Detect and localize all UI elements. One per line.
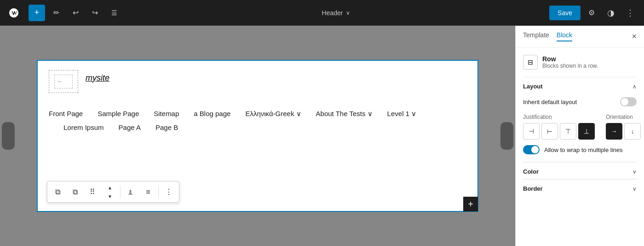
justify-right-btn[interactable]: ⊤: [560, 123, 576, 140]
top-toolbar: + ✏ ↩ ↪ ☰ Header ∨ Save ⚙ ◑ ⋮: [0, 0, 644, 26]
nav-item-front-page[interactable]: Front Page: [49, 108, 90, 119]
navigation-row: Front Page Sample Page Sitemap a Blog pa…: [49, 108, 466, 120]
theme-button[interactable]: ◑: [603, 5, 619, 21]
nav-submenu-page-a[interactable]: Page A: [111, 122, 148, 133]
color-chevron: ∨: [632, 169, 637, 175]
wrap-label: Allow to wrap to multiple lines: [544, 146, 623, 153]
block-toolbar-divider: [120, 186, 121, 199]
undo-button[interactable]: ↩: [67, 5, 84, 21]
justification-group: Justification ⊣ ⊢ ⊤ ⊥: [523, 114, 595, 140]
scroll-handle-right[interactable]: [500, 122, 513, 150]
panel-header: Template Block ×: [516, 26, 644, 47]
orientation-label: Orientation: [606, 114, 641, 120]
panel-content: ⊟ Row Blocks shown in a row. Layout ∧ In…: [516, 47, 644, 203]
justify-space-between-btn[interactable]: ⊥: [578, 123, 595, 140]
block-move-down[interactable]: ▼: [102, 192, 118, 200]
scroll-handle-left[interactable]: [2, 122, 15, 150]
justify-center-btn[interactable]: ⊢: [541, 123, 558, 140]
panel-close-button[interactable]: ×: [632, 32, 637, 41]
redo-button[interactable]: ↪: [86, 5, 103, 21]
site-logo-inner: [54, 75, 73, 88]
header-logo-row: mysite: [49, 70, 466, 97]
nav-item-level1[interactable]: Level 1 ∨: [380, 108, 424, 120]
block-toolbar-divider-2: [158, 186, 159, 199]
block-toolbar: ⧉ ⧉ ⠿ ▲ ▼ ⫫ ≡ ⋮: [47, 181, 179, 203]
site-logo[interactable]: [49, 70, 78, 93]
layout-section: Inherit default layout Justification ⊣ ⊢…: [523, 94, 637, 162]
right-panel: Template Block × ⊟ Row Blocks shown in a…: [515, 26, 644, 246]
inherit-layout-row: Inherit default layout: [523, 97, 637, 106]
nav-item-blog-page[interactable]: a Blog page: [186, 108, 238, 119]
nav-submenu-row: Lorem Ipsum Page A Page B: [49, 122, 466, 133]
orientation-group: Orientation → ↓: [606, 114, 641, 140]
block-info-text: Row Blocks shown in a row.: [542, 55, 598, 69]
orientation-vertical-btn[interactable]: ↓: [624, 123, 641, 140]
wrap-thumb: [531, 146, 539, 153]
settings-button[interactable]: ⚙: [583, 5, 600, 21]
nav-submenu-lorem[interactable]: Lorem Ipsum: [56, 122, 111, 133]
canvas-frame: mysite Front Page Sample Page Sitemap a …: [37, 60, 478, 212]
inherit-layout-thumb: [621, 98, 628, 105]
block-move-up[interactable]: ▲: [102, 183, 118, 192]
tab-template[interactable]: Template: [523, 31, 549, 41]
toolbar-right: Save ⚙ ◑ ⋮: [549, 5, 638, 21]
wrap-row: Allow to wrap to multiple lines: [523, 145, 637, 154]
justification-label: Justification: [523, 114, 595, 120]
border-section-title: Border: [523, 185, 543, 192]
inherit-layout-label: Inherit default layout: [523, 99, 577, 105]
list-view-button[interactable]: ☰: [106, 5, 122, 21]
justify-left-btn[interactable]: ⊣: [523, 123, 540, 140]
panel-tabs: Template Block: [523, 31, 572, 41]
nav-item-greek[interactable]: Ελληνικά-Greek ∨: [238, 108, 308, 120]
inherit-layout-toggle[interactable]: [620, 97, 637, 106]
block-drag-handle[interactable]: ⠿: [84, 184, 101, 200]
layout-chevron: ∧: [632, 83, 637, 90]
toolbar-center: Header ∨: [125, 9, 546, 17]
block-parent-select[interactable]: ⧉: [49, 184, 66, 200]
block-desc: Blocks shown in a row.: [542, 63, 598, 69]
wrap-toggle[interactable]: [523, 145, 540, 154]
site-name[interactable]: mysite: [86, 73, 109, 83]
color-section-header[interactable]: Color ∨: [523, 162, 637, 179]
save-button[interactable]: Save: [549, 6, 581, 20]
nav-item-about-tests[interactable]: About The Tests ∨: [309, 108, 380, 120]
border-section: Border ∨: [523, 179, 637, 196]
color-section: Color ∨: [523, 162, 637, 179]
block-info: ⊟ Row Blocks shown in a row.: [523, 55, 637, 70]
nav-item-sitemap[interactable]: Sitemap: [146, 108, 186, 119]
add-block-button[interactable]: +: [29, 5, 45, 21]
header-label[interactable]: Header ∨: [322, 9, 350, 17]
layout-section-title: Layout: [523, 83, 543, 90]
add-block-below-button[interactable]: +: [463, 197, 478, 211]
tab-block[interactable]: Block: [557, 31, 572, 41]
nav-item-sample-page[interactable]: Sample Page: [90, 108, 146, 119]
block-more-options[interactable]: ⋮: [161, 184, 177, 200]
block-select-inner[interactable]: ⧉: [67, 184, 83, 200]
canvas-area: mysite Front Page Sample Page Sitemap a …: [0, 26, 515, 246]
orientation-btns: → ↓: [606, 123, 641, 140]
orientation-horizontal-btn[interactable]: →: [606, 123, 622, 140]
canvas-frame-wrapper: mysite Front Page Sample Page Sitemap a …: [37, 60, 478, 212]
block-title: Row: [542, 55, 598, 63]
main-area: mysite Front Page Sample Page Sitemap a …: [0, 26, 644, 246]
justification-btns: ⊣ ⊢ ⊤ ⊥: [523, 123, 595, 140]
layout-section-header[interactable]: Layout ∧: [523, 77, 637, 94]
color-section-title: Color: [523, 168, 539, 175]
row-block-icon: ⊟: [523, 55, 538, 70]
more-options-button[interactable]: ⋮: [622, 5, 638, 21]
edit-button[interactable]: ✏: [48, 5, 64, 21]
border-chevron: ∨: [632, 186, 637, 192]
wp-logo[interactable]: [6, 5, 22, 21]
block-justify-btn[interactable]: ⫫: [122, 184, 139, 200]
border-section-header[interactable]: Border ∨: [523, 179, 637, 196]
justification-orientation: Justification ⊣ ⊢ ⊤ ⊥ Orientation → ↓: [523, 114, 637, 140]
nav-submenu-page-b[interactable]: Page B: [148, 122, 185, 133]
block-align-btn[interactable]: ≡: [140, 184, 156, 200]
